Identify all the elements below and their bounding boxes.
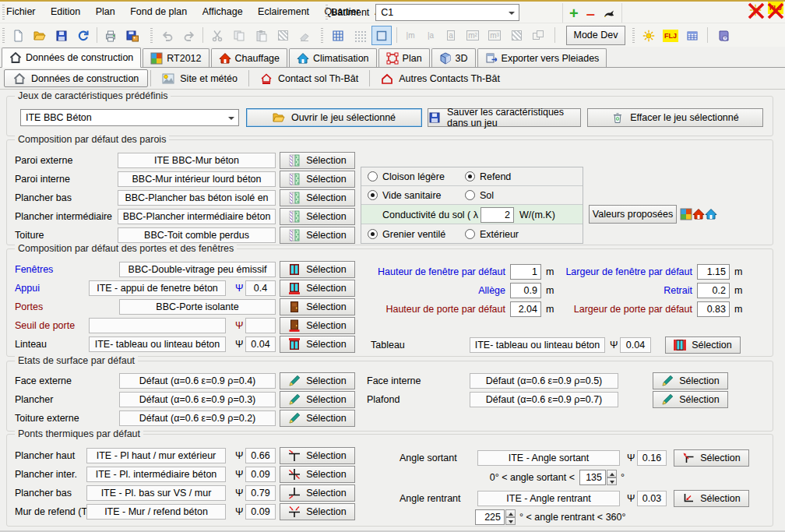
- eraser-button[interactable]: [294, 26, 315, 45]
- measure-length-a-button[interactable]: |a: [421, 26, 441, 45]
- toolbar-gripper[interactable]: [632, 28, 635, 43]
- red-house-icon[interactable]: [692, 208, 705, 220]
- blue-house-icon[interactable]: [705, 208, 717, 220]
- help-button[interactable]: [713, 26, 734, 45]
- input-retrait[interactable]: 0.2: [697, 283, 730, 298]
- print-button[interactable]: [100, 26, 121, 45]
- ouvrir-jeu-button[interactable]: Ouvrir le jeu sélectionné: [246, 108, 422, 127]
- toolbar-gripper[interactable]: [326, 5, 328, 19]
- overlap-rect-button[interactable]: [528, 26, 548, 45]
- measure-angle-button[interactable]: a: [441, 26, 461, 45]
- undo-button[interactable]: [157, 26, 178, 45]
- menu-edition[interactable]: Edition: [44, 2, 86, 23]
- tab-plan[interactable]: Plan: [378, 48, 430, 67]
- bird-icon[interactable]: [603, 7, 615, 19]
- angle-rentrant-icon: [682, 492, 695, 505]
- angle-rentrant-stepper[interactable]: [505, 509, 516, 526]
- valeurs-proposees-button[interactable]: Valeurs proposées: [589, 205, 677, 224]
- selection-angle-sortant-button[interactable]: Sélection: [674, 449, 749, 467]
- measure-volume-m3-button[interactable]: m³: [484, 26, 505, 45]
- selection-pont-plancher-bas-button[interactable]: Sélection: [280, 484, 355, 502]
- toolbar-gripper[interactable]: [150, 28, 153, 43]
- radio-sol[interactable]: [465, 190, 475, 200]
- selection-pont-mur-refend-button[interactable]: Sélection: [280, 503, 355, 520]
- grid-dots-button[interactable]: [350, 26, 370, 45]
- menu-eclairement[interactable]: Eclairement: [252, 2, 315, 23]
- flj-button[interactable]: FLJ: [660, 26, 681, 45]
- effacer-jeu-button[interactable]: Effacer le jeu sélectionné: [587, 108, 763, 127]
- refresh-button[interactable]: [73, 26, 93, 45]
- selection-paroi-externe-button[interactable]: Sélection: [280, 152, 355, 169]
- input-largeur-fenetre[interactable]: 1.15: [697, 264, 730, 280]
- menu-affichage[interactable]: Affichage: [196, 2, 249, 23]
- export-image-button[interactable]: [122, 26, 143, 45]
- selection-pont-plancher-inter-button[interactable]: Sélection: [280, 466, 355, 483]
- add-building-icon[interactable]: +: [569, 5, 579, 21]
- grid-button[interactable]: [328, 26, 348, 45]
- snap-square-button[interactable]: [371, 26, 392, 45]
- redo-button[interactable]: [179, 26, 199, 45]
- subtab-site-et-meteo[interactable]: Site et météo: [153, 69, 246, 87]
- input-largeur-porte[interactable]: 0.83: [697, 301, 730, 317]
- selection-face-interne-button[interactable]: Sélection: [653, 372, 728, 389]
- selection-plafond-button[interactable]: Sélection: [653, 391, 728, 408]
- selection-tableau-button[interactable]: Sélection: [665, 336, 741, 354]
- open-file-button[interactable]: [30, 26, 50, 45]
- selection-linteau-button[interactable]: Sélection: [280, 336, 355, 353]
- measure-area-m2-button[interactable]: m²: [463, 26, 483, 45]
- mode-dev-button[interactable]: Mode Dev: [566, 26, 625, 45]
- paste-button[interactable]: [251, 26, 271, 45]
- sunlight-button[interactable]: [639, 26, 659, 45]
- menu-fichier[interactable]: Fichier: [0, 2, 42, 23]
- hatch-button[interactable]: [273, 26, 293, 45]
- selection-toiture-button[interactable]: Sélection: [280, 227, 355, 244]
- toolbar-gripper[interactable]: [2, 28, 5, 43]
- selection-toiture-externe-button[interactable]: Sélection: [280, 410, 355, 427]
- radio-refend[interactable]: [465, 171, 475, 181]
- batiment-combobox[interactable]: C1: [375, 4, 519, 21]
- selection-pont-plancher-haut-button[interactable]: Sélection: [280, 447, 355, 464]
- tab-exporter-vers-pleiades[interactable]: Exporter vers Pleiades: [477, 48, 607, 67]
- selection-plancher-intermediaire-button[interactable]: Sélection: [280, 208, 355, 225]
- radio-cloison-legere[interactable]: [368, 171, 378, 181]
- chevron-down-icon: [228, 117, 234, 120]
- wall-layers-icon: [288, 210, 301, 223]
- selection-plancher-button[interactable]: Sélection: [280, 391, 355, 408]
- tab-rt2012[interactable]: RT2012: [143, 48, 209, 67]
- save-button[interactable]: [51, 26, 72, 45]
- rt2012-icon[interactable]: [680, 208, 692, 220]
- selection-face-externe-button[interactable]: Sélection: [280, 372, 355, 389]
- field-toiture: BBC-Toit comble perdus: [118, 227, 276, 243]
- selection-paroi-interne-button[interactable]: Sélection: [280, 171, 355, 188]
- copy-button[interactable]: [229, 26, 249, 45]
- tab-donnees-de-construction[interactable]: Données de construction: [2, 48, 141, 68]
- selection-plancher-bas-button[interactable]: Sélection: [280, 189, 355, 206]
- remove-building-icon[interactable]: –: [586, 6, 595, 20]
- radio-grenier-ventile[interactable]: [368, 229, 378, 239]
- menu-plan[interactable]: Plan: [90, 2, 121, 23]
- jeu-combobox[interactable]: ITE BBC Béton: [20, 109, 239, 126]
- cut-button[interactable]: [207, 26, 227, 45]
- results-table-button[interactable]: [682, 26, 702, 45]
- sauver-jeu-button[interactable]: Sauver les caractéristiques dans un jeu: [428, 108, 581, 127]
- radio-vide-sanitaire[interactable]: [368, 190, 378, 200]
- tab-3d[interactable]: 3D: [431, 48, 476, 67]
- menu-fond-de-plan[interactable]: Fond de plan: [124, 2, 193, 23]
- subtab-donnees-de-construction[interactable]: Données de construction: [4, 69, 148, 87]
- angle-sortant-stepper[interactable]: [607, 470, 617, 486]
- subtab-autres-contacts-th-bat[interactable]: Autres Contacts Th-Bât: [372, 69, 509, 87]
- tab-chauffage[interactable]: Chauffage: [211, 48, 287, 67]
- radio-exterieur[interactable]: [465, 229, 475, 239]
- new-document-button[interactable]: [8, 26, 28, 45]
- input-angle-rentrant[interactable]: 225: [475, 509, 505, 525]
- measure-length-m-button[interactable]: |m: [400, 26, 421, 45]
- measure-hatch-button[interactable]: [506, 26, 526, 45]
- tab-climatisation[interactable]: Climatisation: [289, 48, 377, 67]
- selection-angle-rentrant-button[interactable]: Sélection: [674, 490, 749, 507]
- toolbar-gripper[interactable]: [2, 5, 5, 19]
- selection-seuil-button[interactable]: Sélection: [280, 317, 355, 334]
- toolbar-gripper[interactable]: [321, 28, 323, 43]
- subtab-contact-sol-th-bat[interactable]: Contact sol Th-Bât: [252, 69, 367, 87]
- input-angle-sortant[interactable]: 135: [579, 470, 606, 485]
- conductivite-input[interactable]: 2: [481, 207, 514, 223]
